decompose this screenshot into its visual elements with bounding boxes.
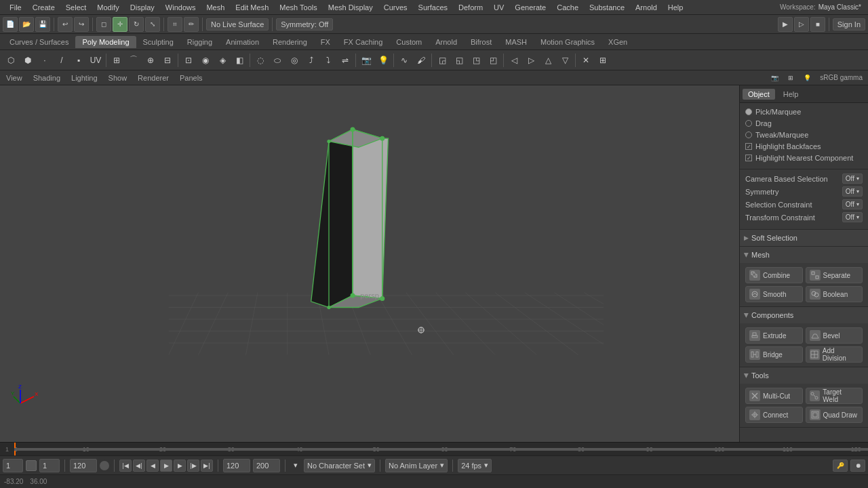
undo-btn[interactable]: ↩ — [58, 17, 73, 32]
menu-help[interactable]: Help — [663, 2, 689, 13]
next-key-btn[interactable]: |▶ — [187, 460, 199, 472]
arrow1-btn[interactable]: ◁ — [506, 52, 522, 68]
renderer-menu-btn[interactable]: Renderer — [134, 73, 172, 83]
menu-create[interactable]: Create — [27, 2, 60, 13]
frame-start-input[interactable]: 1 — [3, 459, 23, 472]
scale-tool-btn[interactable]: ⤡ — [145, 17, 160, 32]
auto-key-btn[interactable]: ⏺ — [850, 460, 865, 472]
bridge-btn[interactable]: Bridge — [745, 346, 803, 363]
highlight-backfaces-check[interactable] — [745, 143, 752, 150]
flat-btn[interactable]: ◈ — [214, 52, 231, 68]
show-menu-btn[interactable]: Show — [105, 73, 131, 83]
transform-constraint-dropdown[interactable]: Off ▾ — [842, 212, 863, 222]
vp-light-icon[interactable]: 💡 — [801, 72, 813, 84]
frame-end-input[interactable] — [70, 459, 97, 472]
add-division-btn[interactable]: Add Division — [806, 346, 863, 363]
tab-xgen[interactable]: XGen — [601, 36, 634, 48]
menu-edit-mesh[interactable]: Edit Mesh — [230, 2, 274, 13]
viewport[interactable]: persp X Y Z — [0, 85, 739, 442]
bevel-icon-btn[interactable]: ⤵ — [320, 52, 336, 68]
menu-mesh-tools[interactable]: Mesh Tools — [274, 2, 322, 13]
target-weld-btn[interactable]: Target Weld — [806, 388, 863, 404]
prev-key-btn[interactable]: ◀| — [133, 460, 145, 472]
light-btn[interactable]: 💡 — [375, 52, 391, 68]
extrude-btn[interactable]: Extrude — [745, 327, 803, 344]
tab-poly-modeling[interactable]: Poly Modeling — [75, 36, 136, 48]
menu-arnold[interactable]: Arnold — [630, 2, 663, 13]
selection-constraint-dropdown[interactable]: Off ▾ — [842, 199, 863, 209]
tools-header[interactable]: ▶ Tools — [740, 367, 868, 384]
wireframe-btn[interactable]: ⊡ — [180, 52, 197, 68]
menu-surfaces[interactable]: Surfaces — [413, 2, 453, 13]
no-live-surface-label[interactable]: No Live Surface — [206, 18, 269, 30]
drag-row[interactable]: Drag — [745, 119, 863, 128]
bevel-btn[interactable]: Bevel — [806, 327, 863, 344]
fps-dropdown[interactable]: 24 fps ▾ — [458, 459, 492, 472]
arrow3-btn[interactable]: △ — [540, 52, 556, 68]
tab-animation[interactable]: Animation — [219, 36, 266, 48]
vertex-mode-btn[interactable]: · — [37, 52, 53, 68]
move-tool-btn[interactable]: ✛ — [113, 17, 127, 32]
quad-draw-btn[interactable]: Quad Draw — [806, 407, 863, 423]
tab-fx-caching[interactable]: FX Caching — [337, 36, 389, 48]
bridge-icon-btn[interactable]: ⇌ — [337, 52, 353, 68]
highlight-nearest-check[interactable] — [745, 155, 752, 161]
deform1-btn[interactable]: ◲ — [434, 52, 450, 68]
tab-bifrost[interactable]: Bifrost — [464, 36, 498, 48]
go-end-btn[interactable]: ▶| — [201, 460, 213, 472]
arrow2-btn[interactable]: ▷ — [523, 52, 539, 68]
ring-btn[interactable]: ⬭ — [269, 52, 285, 68]
tab-arnold[interactable]: Arnold — [429, 36, 464, 48]
snap-grid-btn[interactable]: ⊞ — [108, 52, 125, 68]
pick-marquee-radio[interactable] — [745, 108, 752, 115]
menu-select[interactable]: Select — [60, 2, 92, 13]
timeline-track[interactable] — [14, 448, 868, 451]
highlight-nearest-row[interactable]: Highlight Nearest Component — [745, 153, 863, 163]
view-menu-btn[interactable]: View — [3, 73, 26, 83]
snap-point-btn[interactable]: ⊕ — [142, 52, 159, 68]
sign-in-btn[interactable]: Sign In — [833, 18, 865, 30]
menu-deform[interactable]: Deform — [453, 2, 488, 13]
gamma-label[interactable]: sRGB gamma — [817, 74, 865, 81]
tab-curves-surfaces[interactable]: Curves / Surfaces — [3, 36, 75, 48]
menu-uv[interactable]: UV — [488, 2, 509, 13]
range-max-input[interactable] — [253, 459, 280, 472]
new-file-btn[interactable]: 📄 — [3, 17, 18, 32]
prev-frame-btn[interactable]: ◀ — [146, 460, 159, 472]
rotate-tool-btn[interactable]: ↻ — [129, 17, 144, 32]
frame-end-handle[interactable] — [100, 461, 109, 470]
menu-cache[interactable]: Cache — [551, 2, 584, 13]
key-frame-btn[interactable]: 🔑 — [833, 460, 848, 472]
lasso-btn[interactable]: ⌗ — [167, 17, 182, 32]
range-end-input[interactable] — [223, 459, 250, 472]
camera-btn[interactable]: 📷 — [358, 52, 374, 68]
menu-substance[interactable]: Substance — [584, 2, 630, 13]
highlight-backfaces-row[interactable]: Highlight Backfaces — [745, 142, 863, 151]
extrude-icon-btn[interactable]: ⤴ — [303, 52, 319, 68]
tab-motion-graphics[interactable]: Motion Graphics — [534, 36, 601, 48]
mesh-section-header[interactable]: ▶ Mesh — [740, 247, 868, 263]
snap-curve-btn[interactable]: ⌒ — [125, 52, 142, 68]
tab-custom[interactable]: Custom — [389, 36, 429, 48]
snap-view-btn[interactable]: ⊟ — [159, 52, 176, 68]
menu-modify[interactable]: Modify — [92, 2, 124, 13]
delete-edge-btn[interactable]: ✕ — [578, 52, 594, 68]
boolean-btn[interactable]: Boolean — [806, 286, 863, 302]
lighting-menu-btn[interactable]: Lighting — [68, 73, 101, 83]
deform4-btn[interactable]: ◰ — [485, 52, 501, 68]
texture-btn[interactable]: ◧ — [231, 52, 248, 68]
panel-tab-object[interactable]: Object — [743, 89, 775, 100]
redo-btn[interactable]: ↪ — [74, 17, 89, 32]
paint2-btn[interactable]: 🖌 — [413, 52, 429, 68]
ipr-btn[interactable]: ▷ — [794, 17, 809, 32]
combine-btn[interactable]: Combine — [745, 267, 803, 283]
workspace-name[interactable]: Maya Classic* — [816, 3, 864, 11]
shading-menu-btn[interactable]: Shading — [30, 73, 64, 83]
menu-mesh[interactable]: Mesh — [201, 2, 230, 13]
go-start-btn[interactable]: |◀ — [119, 460, 132, 472]
vp-grid-icon[interactable]: ⊞ — [785, 72, 797, 84]
open-file-btn[interactable]: 📂 — [19, 17, 34, 32]
smooth-btn[interactable]: ◉ — [197, 52, 214, 68]
smooth-btn[interactable]: Smooth — [745, 286, 803, 302]
cam-icon[interactable]: 📷 — [768, 72, 781, 84]
